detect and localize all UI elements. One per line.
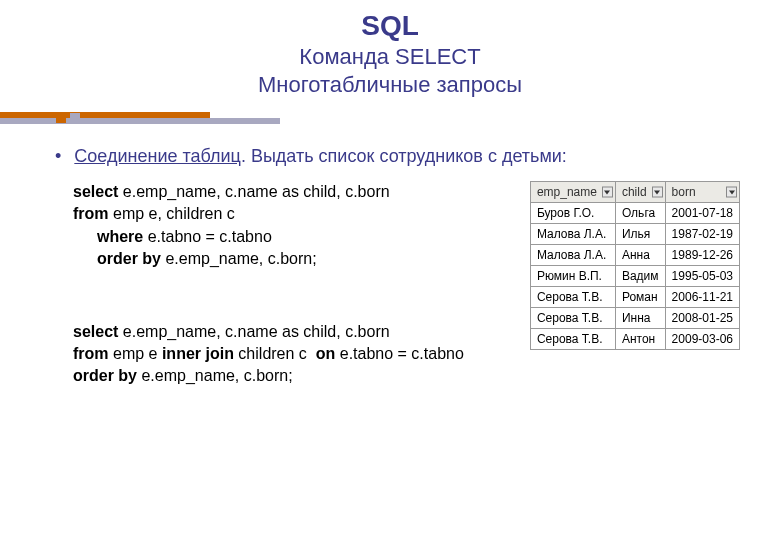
table-cell: 2001-07-18 bbox=[665, 203, 739, 224]
accent-square-gray bbox=[70, 113, 80, 123]
th-label: emp_name bbox=[537, 185, 597, 199]
accent-bar-gray bbox=[0, 118, 280, 124]
table-cell: Роман bbox=[615, 287, 665, 308]
table-cell: 1995-05-03 bbox=[665, 266, 739, 287]
table-cell: Малова Л.А. bbox=[530, 224, 615, 245]
accent-square-orange bbox=[56, 113, 66, 123]
bullet-rest-text: . Выдать список сотрудников с детьми: bbox=[241, 146, 567, 166]
code2-line2-rest: e.tabno = c.tabno bbox=[335, 345, 464, 362]
code2-line3: e.emp_name, c.born; bbox=[137, 367, 293, 384]
table-cell: Антон bbox=[615, 329, 665, 350]
table-cell: Илья bbox=[615, 224, 665, 245]
code1-line3: e.tabno = c.tabno bbox=[143, 228, 272, 245]
table-cell: 1987-02-19 bbox=[665, 224, 739, 245]
kw-orderby-2: order by bbox=[73, 367, 137, 384]
table-cell: Серова Т.В. bbox=[530, 329, 615, 350]
sql-code-block-1: select e.emp_name, c.name as child, c.bo… bbox=[73, 181, 520, 271]
result-table: emp_name child born Буров Г.О.Ольга2001-… bbox=[530, 181, 740, 350]
table-row: Рюмин В.П.Вадим1995-05-03 bbox=[530, 266, 739, 287]
sql-code-block-2: select e.emp_name, c.name as child, c.bo… bbox=[73, 321, 520, 388]
kw-orderby: order by bbox=[97, 250, 161, 267]
table-cell: Инна bbox=[615, 308, 665, 329]
kw-from-2: from bbox=[73, 345, 109, 362]
table-header-empname[interactable]: emp_name bbox=[530, 182, 615, 203]
table-header-row: emp_name child born bbox=[530, 182, 739, 203]
table-row: Буров Г.О.Ольга2001-07-18 bbox=[530, 203, 739, 224]
table-cell: Серова Т.В. bbox=[530, 308, 615, 329]
page-subtitle-2: Многотабличные запросы bbox=[0, 72, 780, 98]
code2-mid2: children c bbox=[234, 345, 316, 362]
dropdown-icon[interactable] bbox=[652, 187, 663, 198]
table-row: Малова Л.А.Илья1987-02-19 bbox=[530, 224, 739, 245]
page-subtitle-1: Команда SELECT bbox=[0, 44, 780, 70]
bullet-marker: • bbox=[55, 146, 69, 166]
dropdown-icon[interactable] bbox=[726, 187, 737, 198]
table-header-born[interactable]: born bbox=[665, 182, 739, 203]
kw-select: select bbox=[73, 183, 118, 200]
dropdown-icon[interactable] bbox=[602, 187, 613, 198]
th-label: born bbox=[672, 185, 696, 199]
code2-mid1: emp e bbox=[109, 345, 162, 362]
code1-line2: emp e, children c bbox=[109, 205, 235, 222]
table-cell: 2008-01-25 bbox=[665, 308, 739, 329]
table-header-child[interactable]: child bbox=[615, 182, 665, 203]
code1-line1: e.emp_name, c.name as child, c.born bbox=[118, 183, 389, 200]
table-row: Малова Л.А.Анна1989-12-26 bbox=[530, 245, 739, 266]
table-cell: 1989-12-26 bbox=[665, 245, 739, 266]
bullet-underlined-text: Соединение таблиц bbox=[74, 146, 241, 166]
table-cell: Буров Г.О. bbox=[530, 203, 615, 224]
table-row: Серова Т.В.Роман2006-11-21 bbox=[530, 287, 739, 308]
kw-select-2: select bbox=[73, 323, 118, 340]
table-cell: 2009-03-06 bbox=[665, 329, 739, 350]
table-row: Серова Т.В.Инна2008-01-25 bbox=[530, 308, 739, 329]
accent-bars bbox=[0, 112, 780, 128]
page-title: SQL bbox=[0, 10, 780, 42]
table-cell: Вадим bbox=[615, 266, 665, 287]
table-cell: 2006-11-21 bbox=[665, 287, 739, 308]
kw-from: from bbox=[73, 205, 109, 222]
table-cell: Малова Л.А. bbox=[530, 245, 615, 266]
kw-on: on bbox=[316, 345, 336, 362]
table-cell: Серова Т.В. bbox=[530, 287, 615, 308]
code2-line1: e.emp_name, c.name as child, c.born bbox=[118, 323, 389, 340]
th-label: child bbox=[622, 185, 647, 199]
code1-line4: e.emp_name, c.born; bbox=[161, 250, 317, 267]
table-cell: Рюмин В.П. bbox=[530, 266, 615, 287]
kw-innerjoin: inner join bbox=[162, 345, 234, 362]
kw-where: where bbox=[97, 228, 143, 245]
bullet-intro: • Соединение таблиц. Выдать список сотру… bbox=[55, 146, 740, 167]
table-cell: Анна bbox=[615, 245, 665, 266]
table-row: Серова Т.В.Антон2009-03-06 bbox=[530, 329, 739, 350]
table-cell: Ольга bbox=[615, 203, 665, 224]
